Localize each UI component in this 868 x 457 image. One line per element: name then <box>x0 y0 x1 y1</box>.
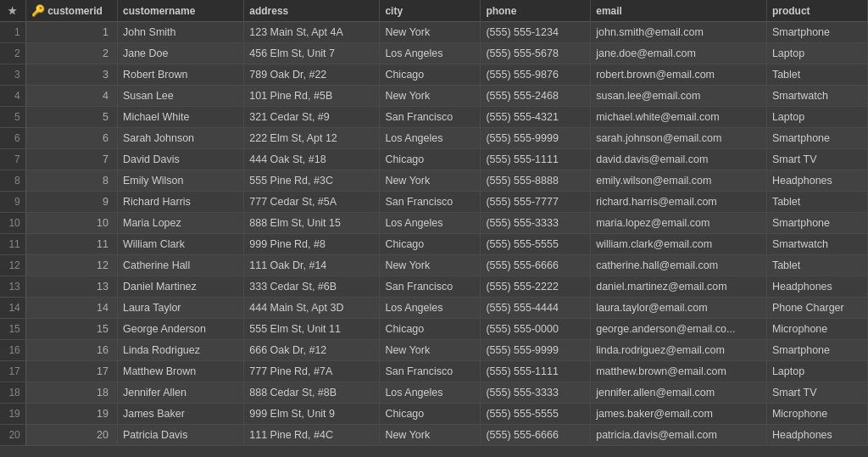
table-row[interactable]: 11John Smith123 Main St, Apt 4ANew York(… <box>0 22 868 43</box>
cell-rownum: 7 <box>0 149 25 170</box>
cell-email: susan.lee@email.com <box>591 86 767 107</box>
table-row[interactable]: 1515George Anderson555 Elm St, Unit 11Ch… <box>0 319 868 340</box>
table-row[interactable]: 1010Maria Lopez888 Elm St, Unit 15Los An… <box>0 213 868 234</box>
cell-rownum: 15 <box>0 319 25 340</box>
cell-customerid: 10 <box>25 213 117 234</box>
cell-city: New York <box>380 22 481 43</box>
cell-product: Laptop <box>766 107 867 128</box>
cell-city: New York <box>380 425 481 446</box>
cell-product: Tablet <box>766 64 867 86</box>
cell-phone: (555) 555-1234 <box>481 22 591 43</box>
cell-rownum: 6 <box>0 128 25 149</box>
cell-customername: Jennifer Allen <box>117 382 243 404</box>
cell-customername: Matthew Brown <box>117 361 243 382</box>
header-address[interactable]: address <box>244 0 380 22</box>
cell-customername: Catherine Hall <box>117 255 243 276</box>
cell-customername: Sarah Johnson <box>117 128 243 149</box>
cell-city: New York <box>380 170 481 192</box>
table-row[interactable]: 1717Matthew Brown777 Pine Rd, #7ASan Fra… <box>0 361 868 382</box>
cell-rownum: 19 <box>0 404 25 425</box>
cell-city: New York <box>380 86 481 107</box>
header-rownum[interactable]: ★ <box>0 0 25 22</box>
cell-customername: David Davis <box>117 149 243 170</box>
cell-customerid: 13 <box>25 276 117 298</box>
cell-city: Los Angeles <box>380 213 481 234</box>
cell-city: New York <box>380 340 481 361</box>
cell-address: 456 Elm St, Unit 7 <box>244 43 380 64</box>
cell-product: Smart TV <box>766 149 867 170</box>
cell-address: 888 Elm St, Unit 15 <box>244 213 380 234</box>
cell-rownum: 12 <box>0 255 25 276</box>
cell-product: Headphones <box>766 170 867 192</box>
cell-email: jennifer.allen@email.com <box>591 382 767 404</box>
cell-phone: (555) 555-5678 <box>481 43 591 64</box>
header-customername[interactable]: customername <box>117 0 243 22</box>
cell-rownum: 5 <box>0 107 25 128</box>
cell-email: robert.brown@email.com <box>591 64 767 86</box>
cell-city: Chicago <box>380 404 481 425</box>
cell-phone: (555) 555-2222 <box>481 276 591 298</box>
cell-phone: (555) 555-7777 <box>481 192 591 213</box>
cell-customername: John Smith <box>117 22 243 43</box>
cell-rownum: 9 <box>0 192 25 213</box>
table-row[interactable]: 1818Jennifer Allen888 Cedar St, #8BLos A… <box>0 382 868 404</box>
cell-email: daniel.martinez@email.com <box>591 276 767 298</box>
cell-city: Los Angeles <box>380 43 481 64</box>
cell-customername: Linda Rodriguez <box>117 340 243 361</box>
table-row[interactable]: 1111William Clark999 Pine Rd, #8Chicago(… <box>0 234 868 255</box>
table-row[interactable]: 99Richard Harris777 Cedar St, #5ASan Fra… <box>0 192 868 213</box>
cell-product: Smartwatch <box>766 234 867 255</box>
cell-email: david.davis@email.com <box>591 149 767 170</box>
cell-email: linda.rodriguez@email.com <box>591 340 767 361</box>
header-phone[interactable]: phone <box>481 0 591 22</box>
cell-product: Smartphone <box>766 22 867 43</box>
cell-product: Smartphone <box>766 213 867 234</box>
cell-email: laura.taylor@email.com <box>591 298 767 319</box>
table-row[interactable]: 22Jane Doe456 Elm St, Unit 7Los Angeles(… <box>0 43 868 64</box>
cell-customerid: 3 <box>25 64 117 86</box>
header-customerid[interactable]: 🔑 customerid <box>25 0 117 22</box>
cell-phone: (555) 555-2468 <box>481 86 591 107</box>
cell-address: 123 Main St, Apt 4A <box>244 22 380 43</box>
star-icon: ★ <box>8 5 17 17</box>
cell-customername: Emily Wilson <box>117 170 243 192</box>
cell-email: patricia.davis@email.com <box>591 425 767 446</box>
table-row[interactable]: 1414Laura Taylor444 Main St, Apt 3DLos A… <box>0 298 868 319</box>
header-product[interactable]: product <box>766 0 867 22</box>
cell-email: sarah.johnson@email.com <box>591 128 767 149</box>
cell-customername: Daniel Martinez <box>117 276 243 298</box>
cell-rownum: 13 <box>0 276 25 298</box>
table-row[interactable]: 2020Patricia Davis111 Pine Rd, #4CNew Yo… <box>0 425 868 446</box>
cell-email: michael.white@email.com <box>591 107 767 128</box>
cell-product: Smartwatch <box>766 86 867 107</box>
cell-phone: (555) 555-3333 <box>481 382 591 404</box>
cell-customerid: 11 <box>25 234 117 255</box>
table-row[interactable]: 77David Davis444 Oak St, #18Chicago(555)… <box>0 149 868 170</box>
cell-phone: (555) 555-0000 <box>481 319 591 340</box>
header-email[interactable]: email <box>591 0 767 22</box>
cell-product: Phone Charger <box>766 298 867 319</box>
table-row[interactable]: 1616Linda Rodriguez666 Oak Dr, #12New Yo… <box>0 340 868 361</box>
cell-city: Chicago <box>380 234 481 255</box>
cell-city: Chicago <box>380 319 481 340</box>
cell-phone: (555) 555-5555 <box>481 234 591 255</box>
cell-rownum: 14 <box>0 298 25 319</box>
cell-product: Microphone <box>766 319 867 340</box>
table-row[interactable]: 1212Catherine Hall111 Oak Dr, #14New Yor… <box>0 255 868 276</box>
cell-product: Microphone <box>766 404 867 425</box>
table-row[interactable]: 44Susan Lee101 Pine Rd, #5BNew York(555)… <box>0 86 868 107</box>
table-row[interactable]: 66Sarah Johnson222 Elm St, Apt 12Los Ang… <box>0 128 868 149</box>
cell-product: Smartphone <box>766 128 867 149</box>
table-row[interactable]: 1919James Baker999 Elm St, Unit 9Chicago… <box>0 404 868 425</box>
cell-customername: Richard Harris <box>117 192 243 213</box>
header-city[interactable]: city <box>380 0 481 22</box>
cell-email: richard.harris@email.com <box>591 192 767 213</box>
table-row[interactable]: 1313Daniel Martinez333 Cedar St, #6BSan … <box>0 276 868 298</box>
table-row[interactable]: 33Robert Brown789 Oak Dr, #22Chicago(555… <box>0 64 868 86</box>
cell-email: catherine.hall@email.com <box>591 255 767 276</box>
table-row[interactable]: 55Michael White321 Cedar St, #9San Franc… <box>0 107 868 128</box>
table-row[interactable]: 88Emily Wilson555 Pine Rd, #3CNew York(5… <box>0 170 868 192</box>
cell-phone: (555) 555-6666 <box>481 255 591 276</box>
cell-email: jane.doe@email.com <box>591 43 767 64</box>
cell-address: 666 Oak Dr, #12 <box>244 340 380 361</box>
